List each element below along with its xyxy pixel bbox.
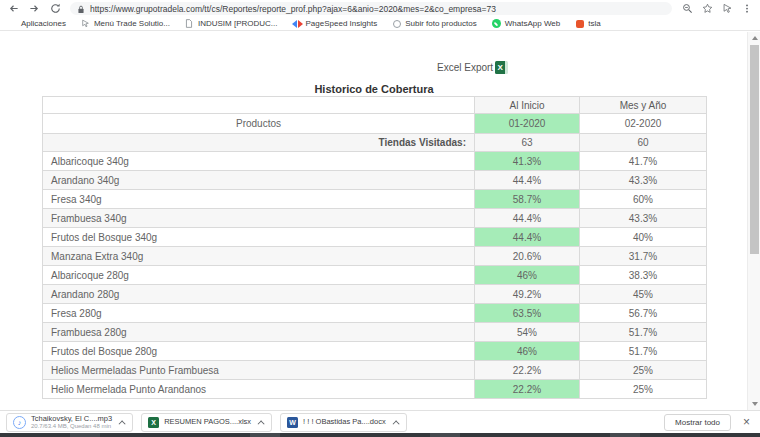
bookmark-whatsapp[interactable]: WhatsApp Web (492, 19, 560, 28)
mes-value: 51.7% (580, 323, 707, 342)
period-start-cell: 01-2020 (475, 114, 580, 134)
mes-value: 43.3% (580, 171, 707, 190)
tiendas-visitadas-row: Tiendas Visitadas: 63 60 (43, 134, 707, 152)
word-file-icon: W (287, 417, 298, 428)
document-favicon-icon (185, 19, 194, 28)
product-name: Manzana Extra 340g (43, 247, 475, 266)
scroll-down-icon[interactable] (748, 398, 760, 410)
close-downloads-icon[interactable]: × (743, 416, 750, 428)
mes-value: 40% (580, 228, 707, 247)
coverage-table: Al Inicio Mes y Año Productos 01-2020 02… (42, 96, 707, 399)
product-name: Arandano 340g (43, 171, 475, 190)
table-row: Manzana Extra 340g 20.6% 31.7% (43, 247, 707, 266)
download-item-docx[interactable]: W ! ! ! OBastidas Pa....docx (280, 413, 407, 432)
bookmark-menu-trade[interactable]: Menú Trade Solutio... (81, 19, 170, 28)
inicio-value: 49.2% (475, 285, 580, 304)
table-row: Arandano 340g 44.4% 43.3% (43, 171, 707, 190)
mes-value: 25% (580, 380, 707, 399)
download-filename: RESUMEN PAGOS....xlsx (164, 418, 251, 426)
product-rows: Albaricoque 340g 41.3% 41.7% Arandano 34… (43, 152, 707, 399)
table-row: Arandano 280g 49.2% 45% (43, 285, 707, 304)
extension-cursor-icon[interactable] (721, 3, 733, 15)
bookmarks-bar: Aplicaciones Menú Trade Solutio... INDUS… (0, 17, 760, 31)
taskbar-sliver (0, 433, 760, 437)
pagespeed-favicon-icon (293, 19, 302, 28)
chrome-menu-icon[interactable] (741, 3, 753, 15)
mes-value: 38.3% (580, 266, 707, 285)
mes-value: 60% (580, 190, 707, 209)
table-row: Frambuesa 280g 54% 51.7% (43, 323, 707, 342)
download-filename: ! ! ! OBastidas Pa....docx (303, 418, 386, 426)
mes-value: 45% (580, 285, 707, 304)
inicio-value: 46% (475, 266, 580, 285)
table-row: Albaricoque 340g 41.3% 41.7% (43, 152, 707, 171)
mes-value: 31.7% (580, 247, 707, 266)
downloads-bar: ♪ Tchaikovsky, El C....mp3 20.7/63.4 MB,… (0, 410, 760, 433)
mes-value: 51.7% (580, 342, 707, 361)
browser-window: https://www.grupotradela.com/tt/cs/Repor… (0, 0, 760, 437)
browser-toolbar: https://www.grupotradela.com/tt/cs/Repor… (0, 0, 760, 17)
inicio-value: 46% (475, 342, 580, 361)
bookmark-star-icon[interactable] (701, 3, 713, 15)
show-all-downloads-button[interactable]: Mostrar todo (664, 414, 731, 431)
inicio-value: 44.4% (475, 171, 580, 190)
download-item-mp3[interactable]: ♪ Tchaikovsky, El C....mp3 20.7/63.4 MB,… (6, 413, 133, 432)
cursor-favicon-icon (81, 19, 90, 28)
inicio-value: 22.2% (475, 361, 580, 380)
page-scrollbar[interactable] (747, 32, 760, 410)
forward-icon[interactable] (28, 3, 40, 15)
mes-value: 56.7% (580, 304, 707, 323)
table-row: Fresa 280g 63.5% 56.7% (43, 304, 707, 323)
url-text: https://www.grupotradela.com/tt/cs/Repor… (90, 4, 496, 14)
product-name: Frambuesa 280g (43, 323, 475, 342)
excel-export-link[interactable]: Excel Export X (437, 61, 508, 74)
product-name: Frambuesa 340g (43, 209, 475, 228)
chevron-up-icon[interactable] (392, 420, 399, 427)
bookmark-tsla[interactable]: tsla (575, 19, 600, 28)
scroll-up-icon[interactable] (748, 32, 760, 44)
period-end-cell: 02-2020 (580, 114, 707, 134)
tiendas-inicio-value: 63 (475, 134, 580, 152)
inicio-value: 44.4% (475, 228, 580, 247)
inicio-value: 44.4% (475, 209, 580, 228)
bookmark-aplicaciones[interactable]: Aplicaciones (8, 19, 66, 28)
page-content: Excel Export X Historico de Cobertura Al… (0, 32, 760, 410)
table-row: Frutos del Bosque 280g 46% 51.7% (43, 342, 707, 361)
product-name: Frutos del Bosque 280g (43, 342, 475, 361)
audio-file-icon: ♪ (13, 416, 26, 429)
bookmark-pagespeed[interactable]: PageSpeed Insights (293, 19, 378, 28)
product-name: Helio Mermelada Punto Arandanos (43, 380, 475, 399)
product-name: Albaricoque 340g (43, 152, 475, 171)
product-name: Arandano 280g (43, 285, 475, 304)
globe-favicon-icon (392, 19, 401, 28)
product-name: Albaricoque 280g (43, 266, 475, 285)
mes-value: 25% (580, 361, 707, 380)
mes-value: 43.3% (580, 209, 707, 228)
inicio-value: 41.3% (475, 152, 580, 171)
table-body: Al Inicio Mes y Año Productos 01-2020 02… (43, 97, 707, 152)
excel-export-icon: X (495, 61, 508, 74)
scrollbar-thumb[interactable] (750, 45, 759, 254)
apps-grid-icon (8, 19, 17, 28)
download-progress: 20.7/63.4 MB, Quedan 48 min (31, 423, 112, 430)
refresh-icon[interactable] (49, 3, 61, 15)
header-al-inicio: Al Inicio (475, 97, 580, 114)
zoom-indicator-icon[interactable] (681, 3, 693, 15)
whatsapp-favicon-icon (492, 19, 501, 28)
table-row: Helio Mermelada Punto Arandanos 22.2% 25… (43, 380, 707, 399)
back-icon[interactable] (7, 3, 19, 15)
address-bar[interactable]: https://www.grupotradela.com/tt/cs/Repor… (70, 2, 672, 15)
chevron-up-icon[interactable] (119, 420, 126, 427)
download-item-xlsx[interactable]: X RESUMEN PAGOS....xlsx (141, 413, 272, 432)
bookmark-subir-foto[interactable]: Subir foto productos (392, 19, 477, 28)
chevron-up-icon[interactable] (258, 420, 265, 427)
inicio-value: 63.5% (475, 304, 580, 323)
table-row: Albaricoque 280g 46% 38.3% (43, 266, 707, 285)
table-header-row: Al Inicio Mes y Año (43, 97, 707, 114)
bookmark-indusim[interactable]: INDUSIM [PRODUC... (185, 19, 278, 28)
mes-value: 41.7% (580, 152, 707, 171)
excel-file-icon: X (148, 417, 159, 428)
product-name: Frutos del Bosque 340g (43, 228, 475, 247)
productos-label: Productos (43, 114, 475, 134)
page-title: Historico de Cobertura (42, 83, 706, 95)
